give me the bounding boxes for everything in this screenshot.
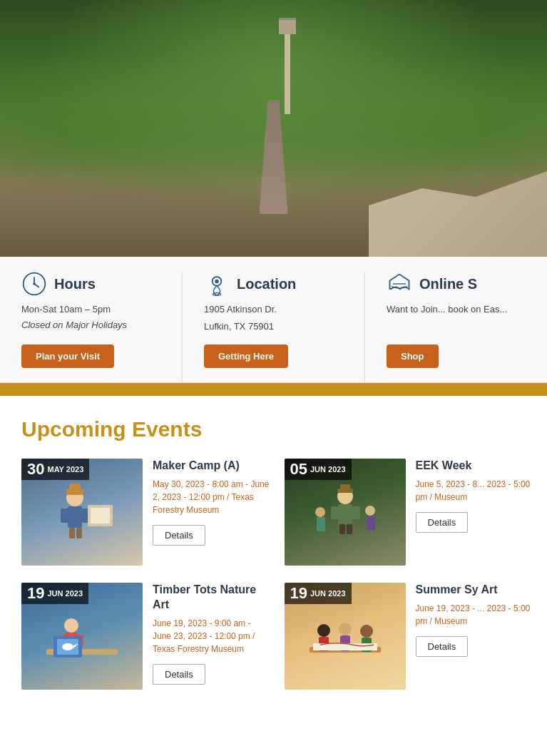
svg-rect-20 [352, 506, 360, 519]
event-card-summer-sy: 19 JUN 2023 [285, 583, 533, 690]
shop-button[interactable]: Shop [387, 344, 439, 368]
event-card-timber-tots: 19 JUN 2023 [21, 583, 270, 690]
event-info-timber-tots: Timber Tots Nature Art June 19, 2023 - 9… [143, 583, 270, 690]
event-details-btn-timber-tots[interactable]: Details [153, 664, 205, 685]
event-month-summer-sy: JUN 2023 [310, 589, 346, 598]
info-col-hours: Hours Mon-Sat 10am – 5pm Closed on Major… [0, 271, 183, 382]
svg-point-39 [317, 624, 330, 637]
svg-rect-28 [367, 516, 375, 530]
events-section: Upcoming Events 30 MAY 2023 [0, 396, 547, 718]
event-card-eek-week: 05 JUN 2023 [285, 459, 533, 566]
event-month-eek-week: JUN 2023 [310, 465, 346, 474]
location-address1: 1905 Atkinson Dr. [204, 302, 277, 317]
svg-rect-14 [69, 484, 81, 491]
clock-icon [21, 271, 47, 297]
event-date-badge-summer-sy: 19 JUN 2023 [285, 583, 352, 604]
event-info-eek-week: EEK Week June 5, 2023 - 8... 2023 - 5:00… [406, 459, 533, 566]
gold-divider-bar [0, 383, 547, 396]
hours-note: Closed on Major Holidays [21, 320, 127, 330]
svg-point-25 [315, 507, 325, 517]
event-date-badge-eek-week: 05 JUN 2023 [285, 459, 352, 480]
event-name-summer-sy: Summer Sy Art [416, 583, 533, 598]
event-details-btn-summer-sy[interactable]: Details [416, 636, 469, 657]
svg-rect-19 [331, 506, 339, 519]
hero-section [0, 0, 547, 257]
svg-point-36 [62, 643, 73, 650]
event-month-timber-tots: JUN 2023 [47, 589, 83, 598]
svg-point-3 [33, 282, 36, 285]
svg-point-5 [215, 280, 218, 283]
info-bar: Hours Mon-Sat 10am – 5pm Closed on Major… [0, 257, 547, 383]
event-day-maker-camp: 30 [27, 461, 44, 477]
location-header: Location [204, 271, 296, 297]
ticket-icon [387, 271, 412, 297]
online-title: Online S [419, 276, 477, 292]
svg-point-29 [64, 618, 78, 633]
event-date-badge-maker-camp: 30 MAY 2023 [21, 459, 89, 480]
event-name-eek-week: EEK Week [416, 459, 533, 474]
svg-rect-8 [68, 506, 82, 528]
event-month-maker-camp: MAY 2023 [47, 465, 83, 474]
event-info-maker-camp: Maker Camp (A) May 30, 2023 - 8:00 am - … [143, 459, 270, 566]
event-img-summer-sy: 19 JUN 2023 [285, 583, 406, 690]
svg-rect-9 [61, 509, 69, 523]
timber-tots-illustration [39, 601, 125, 672]
svg-rect-16 [91, 508, 110, 523]
events-grid: 30 MAY 2023 [21, 459, 533, 690]
event-name-maker-camp: Maker Camp (A) [153, 459, 270, 474]
svg-rect-22 [347, 524, 352, 534]
info-col-online: Online S Want to Join... book on Eas... … [365, 271, 547, 382]
svg-point-6 [213, 293, 221, 296]
online-description: Want to Join... book on Eas... [387, 302, 507, 317]
hours-schedule: Mon-Sat 10am – 5pm [21, 302, 111, 317]
svg-point-43 [360, 625, 373, 638]
event-img-maker-camp: 30 MAY 2023 [21, 459, 143, 566]
svg-rect-18 [338, 504, 352, 524]
getting-here-button[interactable]: Getting Here [204, 344, 288, 368]
online-header: Online S [387, 271, 477, 297]
svg-rect-11 [69, 528, 75, 538]
location-icon [204, 271, 230, 297]
svg-rect-12 [76, 528, 82, 538]
event-date-badge-timber-tots: 19 JUN 2023 [21, 583, 88, 604]
event-datetime-summer-sy: June 19, 2023 - ... 2023 - 5:00 pm / Mus… [416, 602, 533, 628]
location-title: Location [237, 276, 296, 292]
summer-sy-illustration [302, 601, 388, 672]
event-datetime-maker-camp: May 30, 2023 - 8:00 am - June 2, 2023 - … [153, 478, 270, 516]
svg-rect-24 [340, 484, 350, 490]
events-title: Upcoming Events [21, 417, 533, 441]
hero-tower [285, 29, 290, 114]
event-name-timber-tots: Timber Tots Nature Art [153, 583, 270, 613]
eek-week-illustration [302, 476, 388, 548]
event-info-summer-sy: Summer Sy Art June 19, 2023 - ... 2023 -… [406, 583, 533, 690]
event-datetime-eek-week: June 5, 2023 - 8... 2023 - 5:00 pm / Mus… [416, 478, 533, 504]
maker-camp-illustration [39, 476, 125, 548]
event-img-eek-week: 05 JUN 2023 [285, 459, 406, 566]
svg-point-41 [339, 623, 352, 635]
hours-header: Hours [21, 271, 96, 297]
event-day-summer-sy: 19 [290, 586, 307, 601]
event-day-timber-tots: 19 [27, 586, 44, 601]
svg-rect-26 [317, 517, 325, 531]
hours-title: Hours [54, 276, 96, 292]
svg-rect-21 [339, 524, 345, 534]
event-card-maker-camp: 30 MAY 2023 [21, 459, 270, 566]
svg-point-27 [365, 506, 375, 516]
event-img-timber-tots: 19 JUN 2023 [21, 583, 143, 690]
event-details-btn-maker-camp[interactable]: Details [153, 525, 205, 546]
event-datetime-timber-tots: June 19, 2023 - 9:00 am - June 23, 2023 … [153, 617, 270, 655]
event-details-btn-eek-week[interactable]: Details [416, 512, 469, 533]
plan-visit-button[interactable]: Plan your Visit [21, 344, 114, 368]
location-address2: Lufkin, TX 75901 [204, 320, 274, 334]
info-col-location: Location 1905 Atkinson Dr. Lufkin, TX 75… [183, 271, 365, 382]
event-day-eek-week: 05 [290, 461, 307, 477]
